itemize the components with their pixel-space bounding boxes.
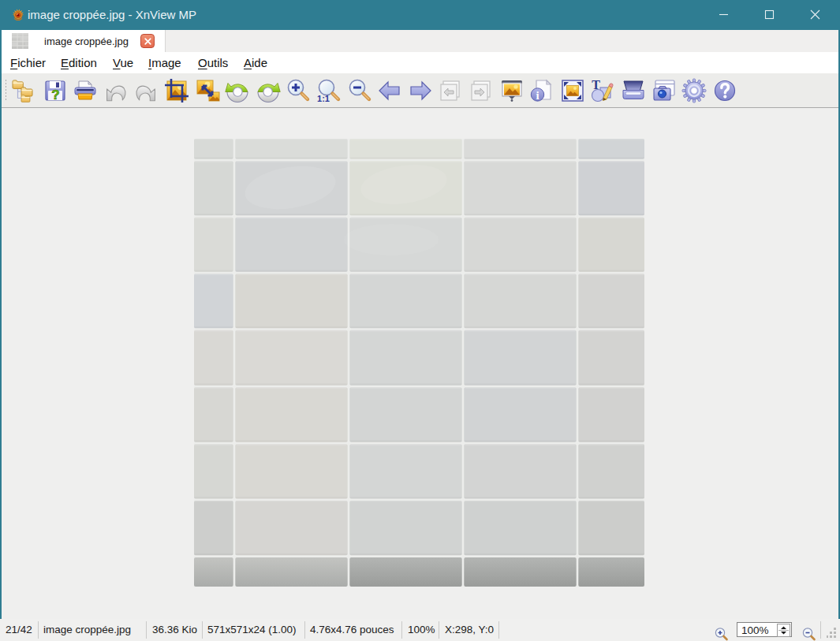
- svg-text:T: T: [592, 78, 601, 91]
- svg-text:?: ?: [51, 88, 59, 102]
- svg-text:1:1: 1:1: [317, 94, 330, 103]
- svg-text:i: i: [536, 89, 539, 102]
